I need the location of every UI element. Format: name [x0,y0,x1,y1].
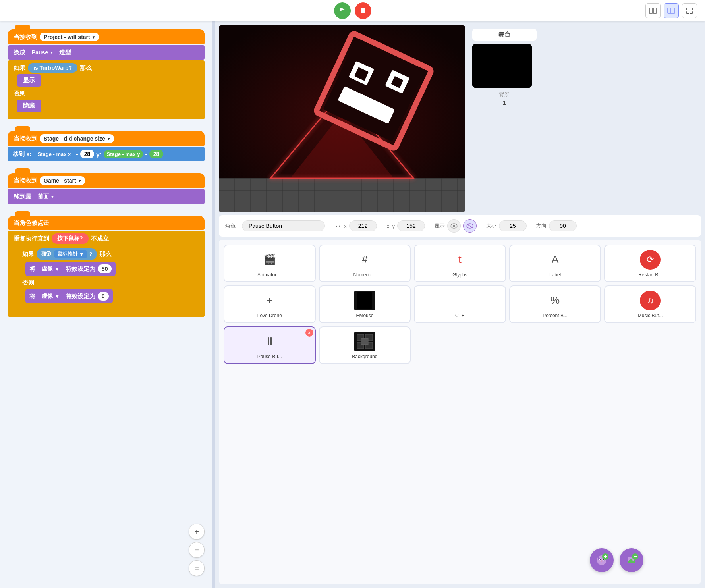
sprite-card-icon: — [448,289,472,311]
sprite-x-section: ↔ x [334,220,377,231]
repeat-label: 重复执行直到 [14,235,49,243]
svg-rect-43 [361,338,368,345]
stage-view-button[interactable] [664,3,679,18]
x-label: x [344,223,347,229]
mouse-condition: 按下鼠标? [52,233,89,244]
split-view-button[interactable] [645,3,661,18]
sprite-card-name: Numeric ... [353,272,376,278]
hat2-event-label: 当接收到 [14,135,37,143]
sprite-card-name: Label [549,272,561,278]
move-label: 移到 x: [13,150,32,158]
show-label: 显示 [23,77,35,84]
zoom-controls: + − = [189,524,205,576]
sprite-card-name: Animator ... [257,272,282,278]
if-label: 如果 [14,64,25,72]
svg-point-52 [601,561,603,562]
hat2-message-dropdown[interactable]: Stage - did change size ▼ [40,134,114,143]
effect-label: 将 [29,265,35,273]
sprite-card[interactable]: ⟳Restart B... [604,245,696,282]
sprite-size-input[interactable] [499,220,527,231]
sprite-card-icon: # [353,249,377,270]
fullscreen-button[interactable] [682,3,697,18]
zoom-in-button[interactable]: + [189,524,205,540]
else2-label: 否则 [22,279,34,287]
sprite-card[interactable]: 🎬Animator ... [224,245,316,282]
zoom-reset-button[interactable]: = [189,560,205,576]
if2-target-dropdown[interactable]: 鼠标指针 ▼ [54,250,87,258]
move-num2[interactable]: 28 [149,150,164,158]
sprite-card-icon [353,289,377,311]
show-button[interactable] [447,219,461,233]
effect2-val[interactable]: 0 [98,292,109,301]
sprite-card-name: Percent B... [543,313,568,318]
x-axis-icon: ↔ [334,222,342,230]
if2-label: 如果 [22,251,34,258]
stage-bg-info: 背景 1 [472,91,537,106]
go-front-dropdown[interactable]: 前面 ▼ [34,192,58,201]
green-flag-button[interactable] [334,2,351,19]
size-label: 大小 [486,222,496,229]
sprite-grid-area: 🎬Animator ...#Numeric ...tGlyphsALabel⟳R… [215,240,705,588]
svg-rect-6 [219,178,465,212]
svg-line-38 [467,224,473,228]
svg-rect-2 [653,8,657,13]
sprite-card[interactable]: +Love Drone [224,285,316,323]
show-label: 显示 [435,222,445,229]
hat1-message-dropdown[interactable]: Project - will start ▼ [40,33,99,41]
top-bar [0,0,705,21]
stage-bg-count: 1 [503,100,506,106]
stage-area: 舞台 背景 1 [215,21,705,212]
sprite-card[interactable]: ♫Music But... [604,285,696,323]
sprite-card[interactable]: ✕⏸Pause Bu... [224,326,316,364]
effect-val[interactable]: 50 [98,264,112,273]
hat1-dropdown-arrow: ▼ [92,35,96,39]
sprite-card[interactable]: Background [319,326,411,364]
sprite-card-name: Restart B... [638,272,662,278]
move-x-dropdown[interactable]: Stage - max x [34,150,74,158]
sprite-card-icon: t [448,249,472,270]
sprite-card-icon: ⏸ [258,330,282,352]
sprite-card-icon: 🎬 [258,249,282,270]
if2-q: ? [89,251,93,257]
sprite-card-name: EMouse [356,313,373,318]
sprite-card[interactable]: #Numeric ... [319,245,411,282]
sprite-card-name: Glyphs [452,272,467,278]
sprite-card-delete[interactable]: ✕ [305,329,313,337]
sprite-x-input[interactable] [349,220,377,231]
svg-rect-34 [472,44,532,88]
move-y-dropdown[interactable]: Stage - max y [104,150,143,158]
sprite-card-name: Music But... [638,313,663,318]
sprite-list: 🎬Animator ...#Numeric ...tGlyphsALabel⟳R… [219,240,701,584]
cat-button[interactable] [590,548,614,572]
block2-costume-dropdown[interactable]: Pause ▼ [28,48,57,57]
sprite-card[interactable]: —CTE [414,285,506,323]
sprite-info-bar: 角色 ↔ x ↕ y 显示 [219,215,701,237]
y-axis-icon: ↕ [386,222,390,230]
zoom-out-button[interactable]: − [189,542,205,558]
stop-button[interactable] [355,2,371,19]
sprite-card[interactable]: %Percent B... [509,285,601,323]
effect2-verb: 特效设定为 [66,293,95,300]
hat3-message-dropdown[interactable]: Game - start ▼ [40,176,85,185]
sprite-card[interactable]: EMouse [319,285,411,323]
sprite-card[interactable]: tGlyphs [414,245,506,282]
sprite-dir-input[interactable] [549,220,577,231]
code-panel: 当接收到 Project - will start ▼ 换成 Pause ▼ 造… [0,21,212,588]
y-label: y: [96,151,101,158]
sprite-y-input[interactable] [397,220,425,231]
sprite-card-name: CTE [455,313,465,318]
sprite-card[interactable]: ALabel [509,245,601,282]
move-num1[interactable]: 28 [80,150,95,158]
sprite-vis-section: 显示 [435,219,477,233]
hide-button[interactable] [463,219,477,233]
sprite-name-input[interactable] [242,220,325,231]
if2-condition: 碰到 [41,251,52,258]
stage-thumbnail[interactable] [472,44,532,88]
effect2-target-dropdown[interactable]: 虚像 ▼ [38,291,63,301]
sprite-card-icon: ♫ [638,289,662,311]
main-layout: 当接收到 Project - will start ▼ 换成 Pause ▼ 造… [0,0,705,588]
svg-rect-3 [668,8,675,13]
effect-target-dropdown[interactable]: 虚像 ▼ [38,264,63,274]
block-stack-1: 当接收到 Project - will start ▼ 换成 Pause ▼ 造… [8,29,205,119]
stage-add-button[interactable] [620,548,643,572]
